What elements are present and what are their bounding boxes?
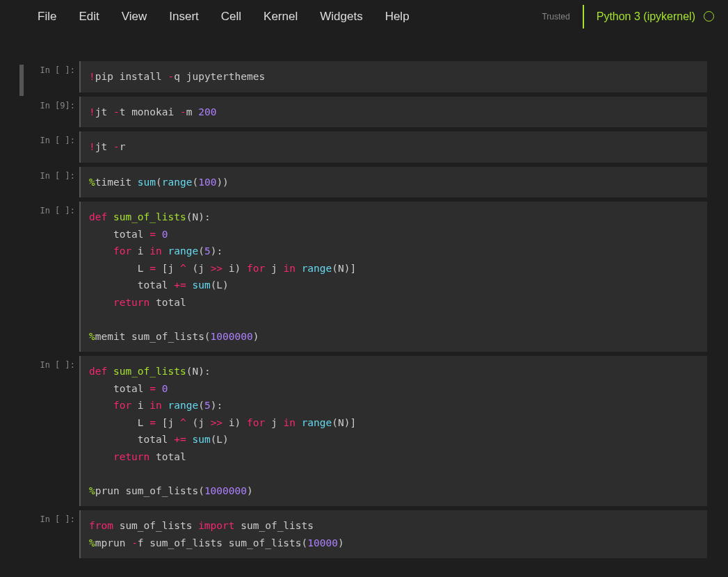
menu-view[interactable]: View (111, 3, 159, 31)
code-cell[interactable]: In [ ]:from sum_of_lists import sum_of_l… (21, 510, 707, 558)
code-input[interactable]: !pip install -q jupyterthemes (79, 61, 707, 92)
code-input[interactable]: def sum_of_lists(N): total = 0 for i in … (79, 356, 707, 506)
input-prompt: In [ ]: (21, 202, 79, 352)
notebook-container[interactable]: In [ ]:!pip install -q jupyterthemesIn [… (0, 33, 728, 558)
menu-file[interactable]: File (26, 3, 67, 31)
code-cell[interactable]: In [ ]:!pip install -q jupyterthemes (21, 61, 707, 92)
menu-widgets[interactable]: Widgets (309, 3, 373, 31)
code-cell[interactable]: In [ ]:!jt -r (21, 131, 707, 163)
code-input[interactable]: !jt -t monokai -m 200 (79, 97, 707, 128)
trusted-indicator[interactable]: Trusted (542, 12, 569, 22)
kernel-status-icon (704, 11, 714, 22)
input-prompt: In [ ]: (21, 167, 79, 198)
code-cell[interactable]: In [ ]:def sum_of_lists(N): total = 0 fo… (21, 356, 707, 506)
menubar: FileEditViewInsertCellKernelWidgetsHelp … (0, 0, 728, 33)
menu-items: FileEditViewInsertCellKernelWidgetsHelp (26, 3, 421, 31)
menu-edit[interactable]: Edit (67, 3, 110, 31)
code-cell[interactable]: In [ ]:def sum_of_lists(N): total = 0 fo… (21, 202, 707, 352)
menu-cell[interactable]: Cell (210, 3, 252, 31)
kernel-divider (583, 5, 584, 29)
code-cell[interactable]: In [ ]:%timeit sum(range(100)) (21, 167, 707, 198)
input-prompt: In [ ]: (21, 131, 79, 163)
input-prompt: In [ ]: (21, 356, 79, 506)
code-cell[interactable]: In [9]:!jt -t monokai -m 200 (21, 97, 707, 128)
code-input[interactable]: def sum_of_lists(N): total = 0 for i in … (79, 202, 707, 352)
menu-help[interactable]: Help (374, 3, 421, 31)
menu-kernel[interactable]: Kernel (252, 3, 309, 31)
code-input[interactable]: !jt -r (79, 131, 707, 163)
input-prompt: In [ ]: (21, 61, 79, 92)
kernel-name-text: Python 3 (ipykernel) (597, 10, 695, 23)
menubar-right: Trusted Python 3 (ipykernel) (542, 5, 728, 29)
code-input[interactable]: from sum_of_lists import sum_of_lists %m… (79, 510, 707, 558)
menu-insert[interactable]: Insert (158, 3, 210, 31)
input-prompt: In [9]: (21, 97, 79, 128)
kernel-indicator[interactable]: Python 3 (ipykernel) (597, 10, 714, 23)
code-input[interactable]: %timeit sum(range(100)) (79, 167, 707, 198)
input-prompt: In [ ]: (21, 510, 79, 558)
